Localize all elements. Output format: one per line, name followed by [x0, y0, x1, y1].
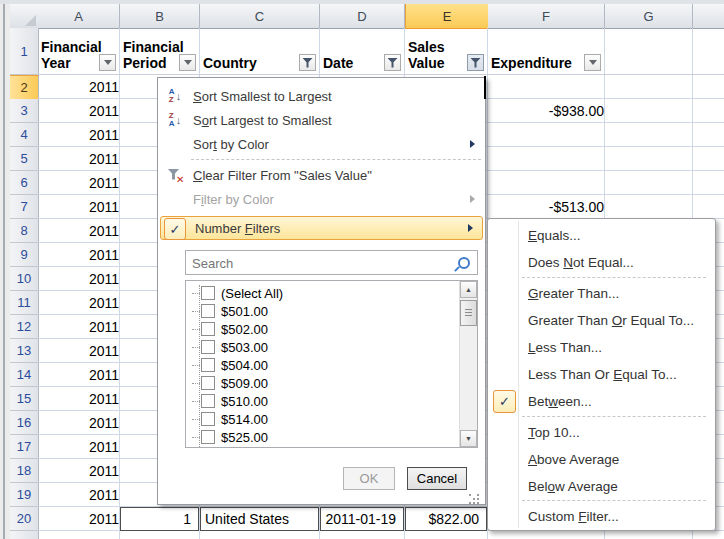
filter-value-item-partial[interactable] — [192, 446, 221, 448]
cell-A9[interactable]: 2011 — [38, 243, 126, 267]
menu-resize-grip[interactable] — [468, 493, 480, 505]
cell-A8[interactable]: 2011 — [38, 219, 126, 243]
cell-A2[interactable]: 2011 — [38, 75, 126, 99]
scroll-down-button[interactable]: ▼ — [460, 430, 477, 447]
row-header-10[interactable]: 10 — [10, 267, 39, 291]
cell-F7[interactable]: -$513.00 — [488, 195, 611, 219]
header-cell-C[interactable]: Country — [200, 28, 319, 74]
row-header-15[interactable]: 15 — [10, 387, 39, 411]
submenu-item-less-than-or-equal-to[interactable]: Less Than Or Equal To... — [489, 361, 714, 388]
menu-item-sort-by-color[interactable]: Sort by Color — [159, 132, 484, 156]
submenu-item-below-average[interactable]: Below Average — [489, 473, 714, 500]
submenu-item-above-average[interactable]: Above Average — [489, 446, 714, 473]
checkbox-icon[interactable] — [201, 430, 215, 444]
header-cell-F[interactable]: Expenditure — [488, 28, 604, 74]
row-header-3[interactable]: 3 — [10, 99, 39, 123]
header-cell-D[interactable]: Date — [320, 28, 404, 74]
cancel-button[interactable]: Cancel — [407, 467, 467, 490]
column-header-E[interactable]: E — [405, 4, 489, 29]
row-header-16[interactable]: 16 — [10, 411, 39, 435]
cell-A3[interactable]: 2011 — [38, 99, 126, 123]
cell-F3[interactable]: -$938.00 — [488, 99, 611, 123]
search-icon[interactable] — [458, 257, 470, 269]
checkbox-icon[interactable] — [201, 340, 215, 354]
filter-value-item-50100[interactable]: $501.00 — [192, 302, 268, 320]
cell-A6[interactable]: 2011 — [38, 171, 126, 195]
filter-value-item-50400[interactable]: $504.00 — [192, 356, 268, 374]
scroll-up-button[interactable]: ▲ — [460, 281, 477, 298]
submenu-item-equals[interactable]: Equals... — [489, 222, 714, 249]
filter-button-E[interactable] — [467, 54, 484, 71]
column-header-B[interactable]: B — [120, 4, 200, 29]
cell-B20[interactable]: 1 — [120, 507, 199, 531]
cell-A15[interactable]: 2011 — [38, 387, 126, 411]
cell-E20[interactable]: $822.00 — [405, 507, 487, 531]
header-cell-B[interactable]: FinancialPeriod — [120, 28, 199, 74]
cell-C20[interactable]: United States — [200, 507, 319, 531]
column-header-A[interactable]: A — [38, 4, 120, 29]
cell-A19[interactable]: 2011 — [38, 483, 126, 507]
header-cell-A[interactable]: FinancialYear — [38, 28, 119, 74]
submenu-item-greater-than[interactable]: Greater Than... — [489, 280, 714, 307]
scroll-thumb[interactable] — [460, 300, 477, 326]
row-header-13[interactable]: 13 — [10, 339, 39, 363]
checkbox-icon[interactable] — [201, 358, 215, 372]
submenu-item-greater-than-or-equal-to[interactable]: Greater Than Or Equal To... — [489, 307, 714, 334]
checkbox-icon[interactable] — [201, 394, 215, 408]
menu-item-clear-filter[interactable]: ✕Clear Filter From "Sales Value" — [159, 163, 484, 187]
column-header-D[interactable]: D — [320, 4, 405, 29]
submenu-item-less-than[interactable]: Less Than... — [489, 334, 714, 361]
filter-value-item-SelectAll[interactable]: (Select All) — [192, 284, 283, 302]
cell-A5[interactable]: 2011 — [38, 147, 126, 171]
checkbox-icon[interactable] — [201, 304, 215, 318]
header-cell-E[interactable]: SalesValue — [405, 28, 487, 74]
menu-item-filter-by-color[interactable]: Filter by Color — [159, 187, 484, 211]
row-header-2[interactable]: 2 — [10, 75, 39, 100]
checkbox-icon[interactable] — [201, 322, 215, 336]
filter-button-A[interactable] — [99, 54, 116, 71]
cell-A10[interactable]: 2011 — [38, 267, 126, 291]
filter-search-box[interactable] — [185, 250, 478, 275]
submenu-item-custom-filter[interactable]: Custom Filter... — [489, 503, 714, 530]
row-header-11[interactable]: 11 — [10, 291, 39, 315]
cell-A7[interactable]: 2011 — [38, 195, 126, 219]
cell-A12[interactable]: 2011 — [38, 315, 126, 339]
row-header-19[interactable]: 19 — [10, 483, 39, 507]
cell-A16[interactable]: 2011 — [38, 411, 126, 435]
cell-A11[interactable]: 2011 — [38, 291, 126, 315]
cell-A13[interactable]: 2011 — [38, 339, 126, 363]
cell-A17[interactable]: 2011 — [38, 435, 126, 459]
row-header-8[interactable]: 8 — [10, 219, 39, 243]
row-header-17[interactable]: 17 — [10, 435, 39, 459]
submenu-item-top-10[interactable]: Top 10... — [489, 419, 714, 446]
filter-value-item-50900[interactable]: $509.00 — [192, 374, 268, 392]
row-header-4[interactable]: 4 — [10, 123, 39, 147]
search-input[interactable] — [190, 253, 452, 274]
filter-value-item-52500[interactable]: $525.00 — [192, 428, 268, 446]
row-header-7[interactable]: 7 — [10, 195, 39, 219]
row-header-20[interactable]: 20 — [10, 507, 39, 531]
ok-button[interactable]: OK — [343, 467, 395, 490]
menu-item-number-filters[interactable]: ✓Number Filters — [160, 216, 483, 240]
select-all-corner[interactable] — [10, 4, 39, 29]
cell-D20[interactable]: 2011-01-19 — [320, 507, 404, 531]
submenu-item-between[interactable]: ✓Between... — [489, 388, 714, 415]
filter-value-item-51000[interactable]: $510.00 — [192, 392, 268, 410]
filter-button-D[interactable] — [384, 54, 401, 71]
menu-item-sort-largest-to-smallest[interactable]: ZA↓Sort Largest to Smallest — [159, 108, 484, 132]
submenu-item-does-not-equal[interactable]: Does Not Equal... — [489, 249, 714, 276]
row-header-18[interactable]: 18 — [10, 459, 39, 483]
filter-button-F[interactable] — [584, 54, 601, 71]
checkbox-icon[interactable] — [201, 286, 215, 300]
row-header-9[interactable]: 9 — [10, 243, 39, 267]
cell-A14[interactable]: 2011 — [38, 363, 126, 387]
cell-A20[interactable]: 2011 — [38, 507, 126, 531]
column-header-G[interactable]: G — [605, 4, 693, 29]
filter-value-item-50300[interactable]: $503.00 — [192, 338, 268, 356]
row-header-14[interactable]: 14 — [10, 363, 39, 387]
row-header-1[interactable]: 1 — [10, 28, 39, 75]
cell-A4[interactable]: 2011 — [38, 123, 126, 147]
row-header-12[interactable]: 12 — [10, 315, 39, 339]
list-scrollbar[interactable]: ▲ ▼ — [459, 281, 477, 447]
column-header-C[interactable]: C — [200, 4, 320, 29]
